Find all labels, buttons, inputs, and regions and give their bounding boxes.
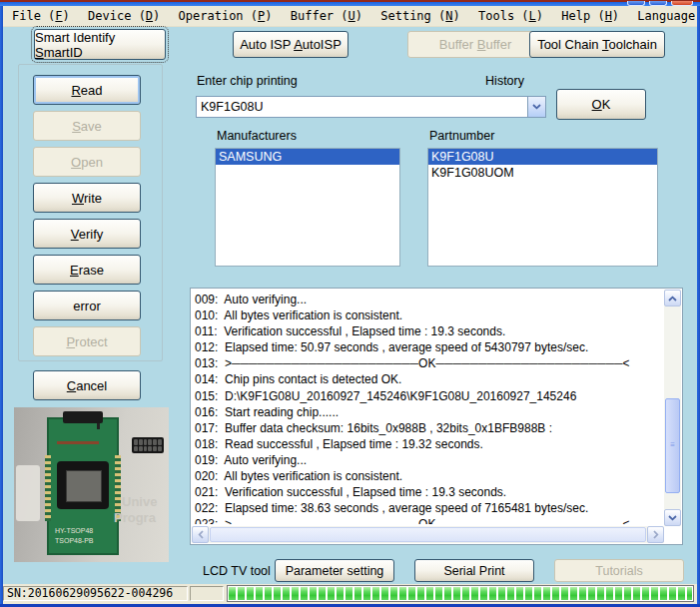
- write-button[interactable]: Write: [33, 183, 141, 213]
- icsp-header: [132, 437, 164, 453]
- chip-adapter-photo: HY-TSOP48 TSOP48-PB Unive Progra: [14, 407, 169, 562]
- menu-bar: File (F) Device (D) Operation (P) Buffer…: [3, 6, 697, 27]
- manufacturers-label: Manufacturers: [217, 129, 297, 143]
- scroll-right-button[interactable]: [647, 526, 664, 543]
- chip-combo-box[interactable]: K9F1G08U: [196, 96, 546, 118]
- menu-help[interactable]: Help (H): [561, 6, 619, 27]
- board-label: HY-TSOP48: [55, 527, 93, 535]
- sticker: [16, 465, 40, 521]
- chevron-down-icon: [532, 104, 541, 110]
- horizontal-scrollbar[interactable]: [192, 526, 664, 543]
- board-label2: TSOP48-PB: [55, 537, 94, 545]
- log-lines: 009: Auto verifying... 010: All bytes ve…: [195, 292, 662, 524]
- scroll-left-button[interactable]: [192, 526, 209, 543]
- menu-buffer[interactable]: Buffer (U): [291, 6, 362, 27]
- chip-socket: [57, 461, 109, 509]
- scrollbar-thumb[interactable]: ≡: [665, 398, 680, 493]
- menu-tools[interactable]: Tools (L): [478, 6, 543, 27]
- log-output[interactable]: 009: Auto verifying... 010: All bytes ve…: [190, 288, 683, 545]
- hscrollbar-thumb[interactable]: [210, 527, 646, 542]
- tutorials-button: Tutorials: [554, 559, 684, 582]
- serial-number-panel: SN:20160629095622-004296: [3, 586, 188, 601]
- buffer-button: Buffer Buffer: [407, 31, 543, 58]
- status-bar: SN:20160629095622-004296: [3, 584, 697, 604]
- window-border-left: [0, 6, 3, 604]
- board-red-print: [57, 441, 99, 444]
- parameter-setting-button[interactable]: Parameter setting: [275, 559, 394, 582]
- chevron-right-icon: [653, 530, 659, 539]
- scroll-down-button[interactable]: [664, 509, 681, 526]
- thumb-grip: ≡: [670, 443, 675, 447]
- programmer-print1: Unive: [122, 495, 157, 509]
- partnumber-label: Partnumber: [429, 129, 494, 143]
- erase-button[interactable]: Erase: [33, 255, 141, 285]
- smart-identify-button[interactable]: Smart Identify SmartID: [34, 29, 166, 60]
- menu-file[interactable]: File (F): [12, 6, 70, 27]
- list-item[interactable]: K9F1G08UOM: [428, 165, 657, 181]
- status-spacer-panel: [190, 586, 224, 601]
- chevron-up-icon: [668, 296, 677, 302]
- list-item[interactable]: SAMSUNG: [216, 149, 399, 165]
- chip: [66, 470, 102, 502]
- lcd-tv-tool-label: LCD TV tool: [203, 564, 271, 578]
- progress-bar: [227, 585, 694, 602]
- enter-chip-label: Enter chip printing: [197, 74, 298, 88]
- serial-print-button[interactable]: Serial Print: [414, 559, 534, 582]
- list-item[interactable]: K9F1G08U: [428, 149, 657, 165]
- programmer-print2: Progra: [114, 511, 156, 525]
- progress-fill: [229, 587, 692, 600]
- manufacturers-list: SAMSUNG: [215, 148, 400, 267]
- menu-device[interactable]: Device (D): [88, 6, 160, 27]
- menu-language[interactable]: Language (G): [637, 6, 700, 27]
- cancel-button[interactable]: Cancel: [33, 370, 141, 400]
- menu-setting[interactable]: Setting (N): [380, 6, 460, 27]
- protect-button: Protect: [33, 326, 141, 356]
- history-label: History: [454, 74, 524, 88]
- chevron-down-icon: [668, 515, 677, 521]
- verify-button[interactable]: Verify: [33, 219, 141, 249]
- open-button: Open: [33, 147, 141, 177]
- chip-combo-value: K9F1G08U: [197, 97, 527, 117]
- pin-row-left: [45, 455, 51, 521]
- tsop48-adapter-board: HY-TSOP48 TSOP48-PB: [47, 417, 119, 555]
- chevron-left-icon: [198, 530, 204, 539]
- read-button[interactable]: Read: [33, 75, 141, 105]
- partnumber-list: K9F1G08U K9F1G08UOM: [427, 148, 658, 267]
- error-button[interactable]: error: [33, 291, 141, 320]
- vertical-scrollbar[interactable]: ≡: [664, 290, 681, 526]
- save-button: Save: [33, 111, 141, 141]
- auto-isp-button[interactable]: Auto ISP AutoISP: [233, 31, 349, 58]
- scroll-up-button[interactable]: [664, 290, 681, 306]
- ok-button[interactable]: OK: [556, 89, 646, 120]
- tool-chain-button[interactable]: Tool Chain Toolchain: [529, 31, 665, 58]
- menu-operation[interactable]: Operation (P): [179, 6, 273, 27]
- combo-dropdown-button[interactable]: [527, 97, 545, 117]
- board-connector: [63, 411, 103, 423]
- programmer-app-window: { "window": { "control_buttons": ["minim…: [0, 0, 700, 607]
